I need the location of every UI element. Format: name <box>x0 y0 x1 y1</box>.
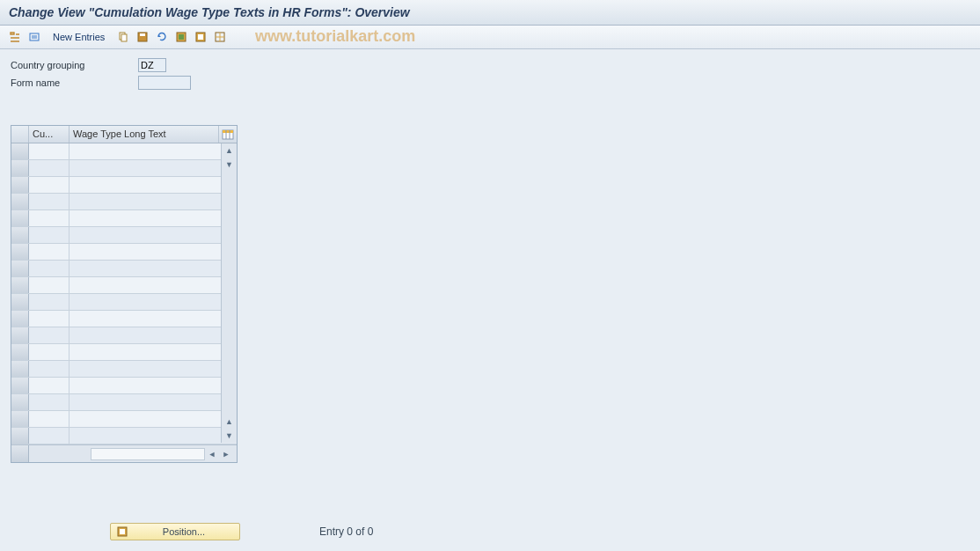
cell-wage[interactable] <box>69 277 221 293</box>
delimit-icon[interactable] <box>212 29 228 45</box>
table-row[interactable] <box>11 160 237 177</box>
cell-cu[interactable] <box>29 394 69 410</box>
cell-wage[interactable] <box>69 244 221 260</box>
cell-cu[interactable] <box>29 327 69 343</box>
row-selector[interactable] <box>11 277 29 293</box>
scroll-down-step-icon[interactable]: ▼ <box>223 158 237 172</box>
row-selector[interactable] <box>11 294 29 310</box>
row-selector[interactable] <box>11 143 29 159</box>
form-name-input[interactable] <box>138 76 191 90</box>
cell-cu[interactable] <box>29 143 69 159</box>
row-selector[interactable] <box>11 411 29 427</box>
hscroll-track[interactable] <box>91 448 205 460</box>
expand-icon[interactable] <box>26 29 42 45</box>
vertical-scrollbar[interactable]: ▲ ▼ ▲ ▼ <box>221 143 237 443</box>
scroll-right-icon[interactable]: ► <box>219 447 233 461</box>
cell-cu[interactable] <box>29 378 69 393</box>
toggle-icon[interactable] <box>7 29 23 45</box>
cell-cu[interactable] <box>29 160 69 176</box>
cell-cu[interactable] <box>29 244 69 260</box>
select-all-column[interactable] <box>11 126 29 143</box>
table-row[interactable] <box>11 327 237 344</box>
table-row[interactable] <box>11 428 237 444</box>
row-selector[interactable] <box>11 160 29 176</box>
undo-icon[interactable] <box>154 29 170 45</box>
cell-cu[interactable] <box>29 261 69 276</box>
cell-wage[interactable] <box>69 344 221 360</box>
table-row[interactable] <box>11 177 237 194</box>
table-row[interactable] <box>11 277 237 294</box>
row-selector[interactable] <box>11 428 29 444</box>
cell-cu[interactable] <box>29 210 69 226</box>
table-row[interactable] <box>11 210 237 227</box>
copy-icon[interactable] <box>115 29 131 45</box>
svg-rect-2 <box>121 34 127 41</box>
row-selector[interactable] <box>11 378 29 393</box>
row-selector[interactable] <box>11 311 29 327</box>
hscroll-left-cap <box>11 445 29 462</box>
cell-wage[interactable] <box>69 394 221 410</box>
scroll-up-icon[interactable]: ▲ <box>223 143 237 158</box>
table-row[interactable] <box>11 244 237 261</box>
cell-cu[interactable] <box>29 344 69 360</box>
cell-wage[interactable] <box>69 378 221 393</box>
country-grouping-input[interactable] <box>138 58 166 72</box>
row-selector[interactable] <box>11 361 29 377</box>
table-row[interactable] <box>11 194 237 210</box>
cell-wage[interactable] <box>69 311 221 327</box>
cell-wage[interactable] <box>69 411 221 427</box>
row-selector[interactable] <box>11 261 29 276</box>
cell-wage[interactable] <box>69 261 221 276</box>
horizontal-scrollbar[interactable]: ◄ ► <box>11 444 237 462</box>
cell-wage[interactable] <box>69 327 221 343</box>
cell-cu[interactable] <box>29 428 69 444</box>
cell-wage[interactable] <box>69 194 221 209</box>
cell-wage[interactable] <box>69 210 221 226</box>
table-row[interactable] <box>11 394 237 411</box>
table-row[interactable] <box>11 227 237 244</box>
cell-cu[interactable] <box>29 361 69 377</box>
position-button[interactable]: Position... <box>110 523 240 540</box>
row-selector[interactable] <box>11 344 29 360</box>
table-row[interactable] <box>11 411 237 428</box>
select-all-icon[interactable] <box>173 29 189 45</box>
cell-wage[interactable] <box>69 160 221 176</box>
row-selector[interactable] <box>11 244 29 260</box>
row-selector[interactable] <box>11 210 29 226</box>
cell-wage[interactable] <box>69 177 221 193</box>
cell-wage[interactable] <box>69 361 221 377</box>
scroll-down-icon[interactable]: ▼ <box>223 429 237 443</box>
new-entries-button[interactable]: New Entries <box>46 30 112 44</box>
row-selector[interactable] <box>11 177 29 193</box>
table-row[interactable] <box>11 378 237 394</box>
table-row[interactable] <box>11 311 237 327</box>
cell-wage[interactable] <box>69 227 221 243</box>
column-cu[interactable]: Cu... <box>29 126 69 143</box>
cell-cu[interactable] <box>29 411 69 427</box>
save-icon[interactable] <box>135 29 150 45</box>
table-row[interactable] <box>11 261 237 277</box>
table-row[interactable] <box>11 361 237 378</box>
column-wage-type[interactable]: Wage Type Long Text <box>69 126 219 143</box>
scroll-up-step-icon[interactable]: ▲ <box>223 415 237 429</box>
entry-count: Entry 0 of 0 <box>319 525 373 538</box>
cell-cu[interactable] <box>29 194 69 209</box>
deselect-icon[interactable] <box>193 29 208 45</box>
table-settings-icon[interactable] <box>219 126 237 143</box>
scroll-left-icon[interactable]: ◄ <box>205 447 219 461</box>
cell-wage[interactable] <box>69 428 221 444</box>
row-selector[interactable] <box>11 327 29 343</box>
cell-cu[interactable] <box>29 227 69 243</box>
cell-wage[interactable] <box>69 294 221 310</box>
row-selector[interactable] <box>11 194 29 209</box>
cell-cu[interactable] <box>29 177 69 193</box>
cell-cu[interactable] <box>29 277 69 293</box>
row-selector[interactable] <box>11 394 29 410</box>
table-row[interactable] <box>11 294 237 311</box>
table-row[interactable] <box>11 143 237 160</box>
cell-wage[interactable] <box>69 143 221 159</box>
cell-cu[interactable] <box>29 311 69 327</box>
row-selector[interactable] <box>11 227 29 243</box>
cell-cu[interactable] <box>29 294 69 310</box>
table-row[interactable] <box>11 344 237 361</box>
